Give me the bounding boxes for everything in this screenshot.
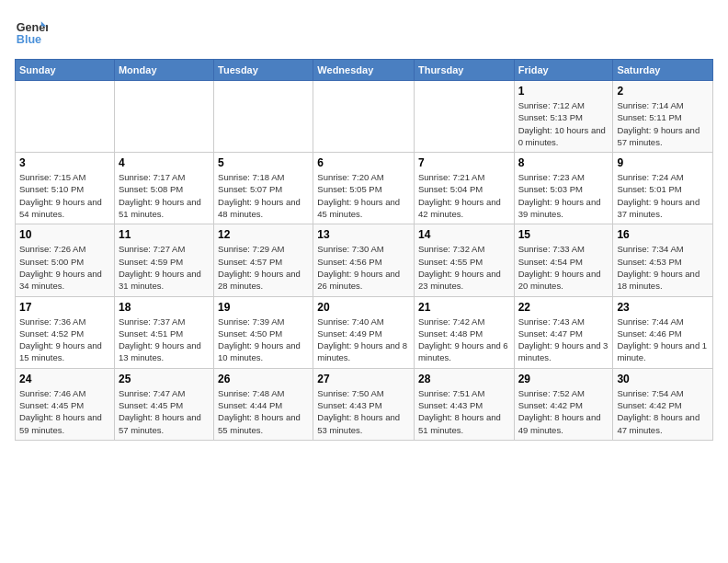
- day-info: Sunrise: 7:43 AM Sunset: 4:47 PM Dayligh…: [518, 316, 609, 364]
- day-number: 15: [518, 228, 609, 241]
- calendar-cell: 16Sunrise: 7:34 AM Sunset: 4:53 PM Dayli…: [613, 224, 713, 296]
- day-of-week-header: Thursday: [414, 60, 514, 81]
- day-of-week-header: Monday: [114, 60, 213, 81]
- day-of-week-header: Tuesday: [214, 60, 313, 81]
- calendar-cell: 25Sunrise: 7:47 AM Sunset: 4:45 PM Dayli…: [114, 368, 213, 440]
- day-info: Sunrise: 7:40 AM Sunset: 4:49 PM Dayligh…: [317, 316, 410, 364]
- calendar-cell: 30Sunrise: 7:54 AM Sunset: 4:42 PM Dayli…: [613, 368, 713, 440]
- calendar-cell: [214, 81, 313, 153]
- calendar-cell: 15Sunrise: 7:33 AM Sunset: 4:54 PM Dayli…: [514, 224, 613, 296]
- day-info: Sunrise: 7:39 AM Sunset: 4:50 PM Dayligh…: [218, 316, 309, 364]
- calendar-cell: [313, 81, 415, 153]
- calendar-cell: [16, 81, 115, 153]
- calendar-header-row: SundayMondayTuesdayWednesdayThursdayFrid…: [16, 60, 713, 81]
- calendar-table: SundayMondayTuesdayWednesdayThursdayFrid…: [15, 59, 713, 441]
- calendar-cell: 3Sunrise: 7:15 AM Sunset: 5:10 PM Daylig…: [16, 153, 115, 224]
- calendar-cell: 22Sunrise: 7:43 AM Sunset: 4:47 PM Dayli…: [514, 296, 613, 368]
- calendar-cell: 1Sunrise: 7:12 AM Sunset: 5:13 PM Daylig…: [514, 81, 613, 153]
- day-of-week-header: Saturday: [613, 60, 713, 81]
- day-info: Sunrise: 7:24 AM Sunset: 5:01 PM Dayligh…: [617, 171, 709, 220]
- day-number: 26: [218, 373, 309, 385]
- day-number: 29: [518, 373, 609, 385]
- day-info: Sunrise: 7:51 AM Sunset: 4:43 PM Dayligh…: [418, 387, 510, 436]
- day-info: Sunrise: 7:30 AM Sunset: 4:56 PM Dayligh…: [317, 243, 410, 292]
- day-number: 7: [418, 156, 510, 169]
- day-number: 20: [317, 301, 410, 314]
- day-info: Sunrise: 7:50 AM Sunset: 4:43 PM Dayligh…: [317, 387, 410, 436]
- day-number: 22: [518, 301, 609, 314]
- day-number: 1: [518, 85, 609, 98]
- calendar-cell: 12Sunrise: 7:29 AM Sunset: 4:57 PM Dayli…: [214, 224, 313, 296]
- day-number: 6: [317, 156, 410, 169]
- logo-icon: General Blue: [15, 15, 48, 48]
- calendar-cell: 4Sunrise: 7:17 AM Sunset: 5:08 PM Daylig…: [114, 153, 213, 224]
- day-info: Sunrise: 7:17 AM Sunset: 5:08 PM Dayligh…: [119, 171, 210, 220]
- day-info: Sunrise: 7:42 AM Sunset: 4:48 PM Dayligh…: [418, 316, 510, 364]
- day-number: 19: [218, 301, 309, 314]
- calendar-cell: 24Sunrise: 7:46 AM Sunset: 4:45 PM Dayli…: [16, 368, 115, 440]
- day-number: 24: [19, 373, 110, 385]
- day-info: Sunrise: 7:44 AM Sunset: 4:46 PM Dayligh…: [617, 316, 709, 364]
- calendar-cell: 19Sunrise: 7:39 AM Sunset: 4:50 PM Dayli…: [214, 296, 313, 368]
- day-info: Sunrise: 7:14 AM Sunset: 5:11 PM Dayligh…: [617, 99, 709, 148]
- day-info: Sunrise: 7:52 AM Sunset: 4:42 PM Dayligh…: [518, 387, 609, 436]
- calendar-week-row: 24Sunrise: 7:46 AM Sunset: 4:45 PM Dayli…: [16, 368, 713, 440]
- day-number: 5: [218, 156, 309, 169]
- calendar-week-row: 3Sunrise: 7:15 AM Sunset: 5:10 PM Daylig…: [16, 153, 713, 224]
- day-info: Sunrise: 7:27 AM Sunset: 4:59 PM Dayligh…: [119, 243, 210, 292]
- day-number: 9: [617, 156, 709, 169]
- calendar-cell: 21Sunrise: 7:42 AM Sunset: 4:48 PM Dayli…: [414, 296, 514, 368]
- calendar-cell: [114, 81, 213, 153]
- day-number: 3: [19, 156, 110, 169]
- calendar-cell: 13Sunrise: 7:30 AM Sunset: 4:56 PM Dayli…: [313, 224, 415, 296]
- day-number: 4: [119, 156, 210, 169]
- calendar-cell: 2Sunrise: 7:14 AM Sunset: 5:11 PM Daylig…: [613, 81, 713, 153]
- day-number: 30: [617, 373, 709, 385]
- day-info: Sunrise: 7:26 AM Sunset: 5:00 PM Dayligh…: [19, 243, 110, 292]
- calendar-cell: 6Sunrise: 7:20 AM Sunset: 5:05 PM Daylig…: [313, 153, 415, 224]
- day-number: 18: [119, 301, 210, 314]
- day-info: Sunrise: 7:47 AM Sunset: 4:45 PM Dayligh…: [119, 387, 210, 436]
- svg-text:Blue: Blue: [17, 33, 41, 46]
- day-info: Sunrise: 7:23 AM Sunset: 5:03 PM Dayligh…: [518, 171, 609, 220]
- day-number: 25: [119, 373, 210, 385]
- calendar-cell: 9Sunrise: 7:24 AM Sunset: 5:01 PM Daylig…: [613, 153, 713, 224]
- day-info: Sunrise: 7:20 AM Sunset: 5:05 PM Dayligh…: [317, 171, 410, 220]
- calendar-cell: 26Sunrise: 7:48 AM Sunset: 4:44 PM Dayli…: [214, 368, 313, 440]
- day-number: 12: [218, 228, 309, 241]
- day-number: 13: [317, 228, 410, 241]
- day-number: 17: [19, 301, 110, 314]
- calendar-cell: 10Sunrise: 7:26 AM Sunset: 5:00 PM Dayli…: [16, 224, 115, 296]
- calendar-cell: 27Sunrise: 7:50 AM Sunset: 4:43 PM Dayli…: [313, 368, 415, 440]
- calendar-cell: 23Sunrise: 7:44 AM Sunset: 4:46 PM Dayli…: [613, 296, 713, 368]
- day-info: Sunrise: 7:37 AM Sunset: 4:51 PM Dayligh…: [119, 316, 210, 364]
- calendar-cell: 20Sunrise: 7:40 AM Sunset: 4:49 PM Dayli…: [313, 296, 415, 368]
- day-info: Sunrise: 7:21 AM Sunset: 5:04 PM Dayligh…: [418, 171, 510, 220]
- day-of-week-header: Friday: [514, 60, 613, 81]
- calendar-cell: 5Sunrise: 7:18 AM Sunset: 5:07 PM Daylig…: [214, 153, 313, 224]
- day-info: Sunrise: 7:12 AM Sunset: 5:13 PM Dayligh…: [518, 99, 609, 148]
- day-info: Sunrise: 7:33 AM Sunset: 4:54 PM Dayligh…: [518, 243, 609, 292]
- day-info: Sunrise: 7:32 AM Sunset: 4:55 PM Dayligh…: [418, 243, 510, 292]
- day-info: Sunrise: 7:34 AM Sunset: 4:53 PM Dayligh…: [617, 243, 709, 292]
- day-number: 28: [418, 373, 510, 385]
- day-info: Sunrise: 7:46 AM Sunset: 4:45 PM Dayligh…: [19, 387, 110, 436]
- calendar-week-row: 17Sunrise: 7:36 AM Sunset: 4:52 PM Dayli…: [16, 296, 713, 368]
- calendar-cell: 29Sunrise: 7:52 AM Sunset: 4:42 PM Dayli…: [514, 368, 613, 440]
- day-number: 27: [317, 373, 410, 385]
- day-of-week-header: Wednesday: [313, 60, 415, 81]
- calendar-cell: 11Sunrise: 7:27 AM Sunset: 4:59 PM Dayli…: [114, 224, 213, 296]
- calendar-cell: 28Sunrise: 7:51 AM Sunset: 4:43 PM Dayli…: [414, 368, 514, 440]
- calendar-cell: 7Sunrise: 7:21 AM Sunset: 5:04 PM Daylig…: [414, 153, 514, 224]
- day-number: 10: [19, 228, 110, 241]
- day-of-week-header: Sunday: [16, 60, 115, 81]
- calendar-week-row: 1Sunrise: 7:12 AM Sunset: 5:13 PM Daylig…: [16, 81, 713, 153]
- header: General Blue: [15, 15, 713, 48]
- day-number: 23: [617, 301, 709, 314]
- calendar-cell: 14Sunrise: 7:32 AM Sunset: 4:55 PM Dayli…: [414, 224, 514, 296]
- calendar-week-row: 10Sunrise: 7:26 AM Sunset: 5:00 PM Dayli…: [16, 224, 713, 296]
- calendar-cell: 18Sunrise: 7:37 AM Sunset: 4:51 PM Dayli…: [114, 296, 213, 368]
- day-number: 2: [617, 85, 709, 98]
- day-info: Sunrise: 7:48 AM Sunset: 4:44 PM Dayligh…: [218, 387, 309, 436]
- day-number: 21: [418, 301, 510, 314]
